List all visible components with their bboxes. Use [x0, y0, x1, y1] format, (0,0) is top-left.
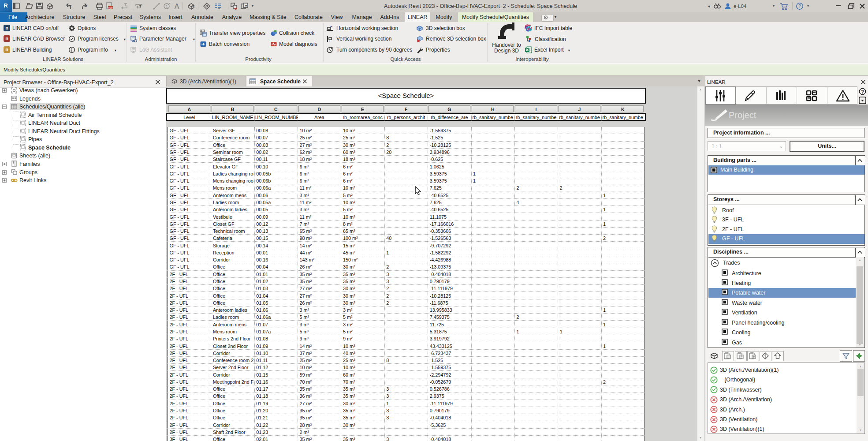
svg-text:PDF: PDF — [108, 7, 113, 9]
svg-text:?: ? — [861, 89, 864, 94]
svg-text:1: 1 — [166, 4, 168, 8]
svg-text:A: A — [175, 3, 179, 10]
svg-text:?: ? — [798, 4, 801, 9]
